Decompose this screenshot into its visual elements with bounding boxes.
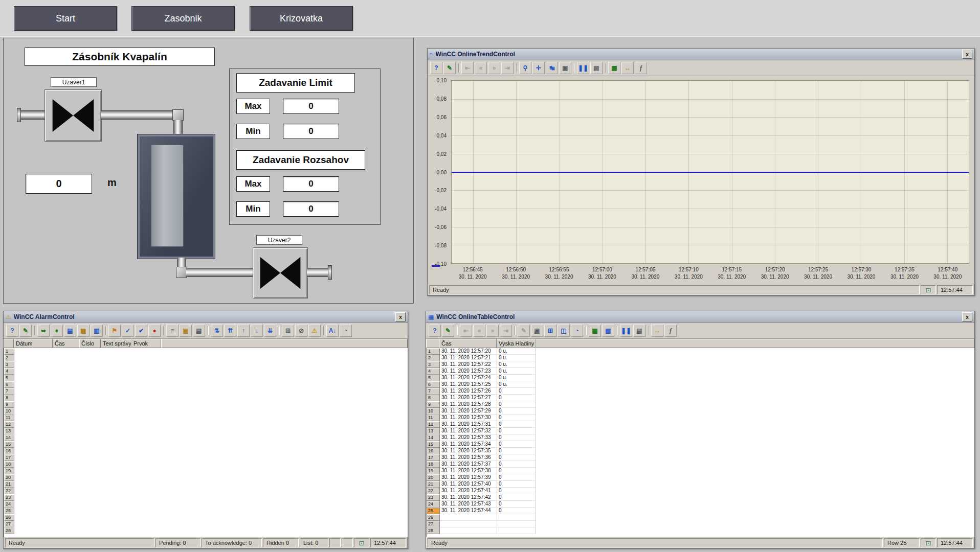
range-min-input[interactable]: 0 [283,201,339,217]
table-row[interactable]: 26 [427,514,974,521]
hitlist-icon[interactable]: ▥ [91,325,103,337]
zoom-area-icon[interactable]: ⚲ [519,62,531,74]
help-icon[interactable]: ? [6,325,18,337]
table-row[interactable]: 1730. 11. 2020 12:57:360 [427,454,974,461]
column-header[interactable]: Čas [53,339,79,348]
lock-alarm-icon[interactable]: ▣ [180,325,192,337]
pause-icon[interactable]: ❚❚ [620,325,632,337]
edit-icon[interactable]: ✎ [518,325,530,337]
group-acknowledge-icon[interactable]: ✔ [135,325,147,337]
table-row[interactable]: 230. 11. 2020 12:57:210 u. [427,355,974,361]
table-row[interactable]: 830. 11. 2020 12:57:270 [427,395,974,401]
select-data-connection-icon[interactable]: ▦ [608,62,620,74]
limit-max-input[interactable]: 0 [283,99,339,114]
alarm-row[interactable]: 25 [4,508,408,514]
emergency-acknowledge-icon[interactable]: ● [148,325,161,337]
autoscroll-icon[interactable]: ➥ [37,325,50,337]
help-icon[interactable]: ? [429,325,441,337]
last-record-icon[interactable]: ⇥ [500,325,512,337]
first-record-icon[interactable]: ⇤ [461,62,474,74]
table-row[interactable]: 2130. 11. 2020 12:57:400 [427,481,974,488]
table-row[interactable]: 1330. 11. 2020 12:57:320 [427,428,974,434]
close-icon[interactable]: x [962,50,972,59]
table-row[interactable]: 2430. 11. 2020 12:57:430 [427,501,974,508]
help-icon[interactable]: ? [430,62,442,74]
select-data-connection-icon[interactable]: ▦ [589,325,601,337]
alarm-row[interactable]: 17 [4,454,408,461]
column-header[interactable]: Dátum [14,339,53,348]
table-row[interactable]: 2530. 11. 2020 12:57:440 [427,508,974,514]
alarm-row[interactable]: 14 [4,434,408,441]
previous-record-icon[interactable]: « [473,325,485,337]
lock-list-icon[interactable]: ▩ [77,325,90,337]
alarm-titlebar[interactable]: ⚠ WinCC AlarmControl x [4,311,408,323]
alarm-row[interactable]: 20 [4,474,408,481]
select-columns-icon[interactable]: ◫ [558,325,570,337]
message-list-icon[interactable]: ▤ [64,325,76,337]
valve2[interactable] [253,247,308,298]
copy-icon[interactable]: ▣ [531,325,543,337]
alarm-row[interactable]: 28 [4,527,408,534]
table-row[interactable]: 130. 11. 2020 12:57:200 u. [427,348,974,355]
select-archive-icon[interactable]: ⊞ [544,325,556,337]
statistics-icon[interactable]: ƒ [664,325,677,337]
table-row[interactable]: 1230. 11. 2020 12:57:310 [427,421,974,428]
table-row[interactable]: 1030. 11. 2020 12:57:290 [427,408,974,415]
export-data-icon[interactable]: ➧ [51,325,63,337]
trend-plot[interactable] [451,80,969,264]
ruler-icon[interactable]: ↔ [651,325,663,337]
table-row[interactable]: 27 [427,521,974,527]
move-trend-icon[interactable]: ✛ [532,62,545,74]
hide-messages-icon[interactable]: ⊘ [295,325,307,337]
edit-tags-icon[interactable]: ▧ [602,325,614,337]
scroll-top-icon[interactable]: ⇈ [224,325,236,337]
scroll-bottom-icon[interactable]: ⇊ [264,325,276,337]
alarm-row[interactable]: 19 [4,468,408,474]
alarm-row[interactable]: 1 [4,348,408,355]
table-row[interactable]: 930. 11. 2020 12:57:280 [427,401,974,408]
time-selection-icon[interactable]: ◔ [571,325,583,337]
alarm-row[interactable]: 2 [4,355,408,361]
annunciator-icon[interactable]: ⚑ [108,325,121,337]
nav-button-zasobnik[interactable]: Zasobnik [131,6,235,31]
column-header[interactable]: Vyska Hladiny [497,339,536,348]
table-row[interactable]: 1430. 11. 2020 12:57:330 [427,434,974,441]
last-record-icon[interactable]: ⇥ [501,62,514,74]
pause-icon[interactable]: ❚❚ [577,62,589,74]
table-row[interactable]: 2230. 11. 2020 12:57:410 [427,488,974,494]
select-columns-icon[interactable]: ⊞ [282,325,294,337]
valve1[interactable] [44,89,102,142]
previous-record-icon[interactable]: « [475,62,487,74]
sort-setup-icon[interactable]: A↓ [326,325,339,337]
next-record-icon[interactable]: » [488,62,500,74]
table-row[interactable]: 430. 11. 2020 12:57:230 u. [427,368,974,375]
scroll-up-icon[interactable]: ↑ [237,325,250,337]
alarm-row[interactable]: 3 [4,361,408,368]
first-record-icon[interactable]: ⇤ [460,325,472,337]
time-base-icon[interactable]: ◔ [340,325,352,337]
alarm-row[interactable]: 26 [4,514,408,521]
column-header[interactable]: Číslo [79,339,101,348]
table-row[interactable]: 2030. 11. 2020 12:57:390 [427,474,974,481]
column-header[interactable]: Prvok [131,339,161,348]
alarm-row[interactable]: 11 [4,415,408,421]
single-acknowledge-icon[interactable]: ✓ [122,325,134,337]
range-max-input[interactable]: 0 [283,176,339,192]
trend-titlebar[interactable]: ≈ WinCC OnlineTrendControl x [428,49,974,60]
alarm-row[interactable]: 15 [4,441,408,448]
ruler-icon[interactable]: ↔ [621,62,634,74]
alarm-row[interactable]: 24 [4,501,408,508]
alarm-row[interactable]: 21 [4,481,408,488]
print-icon[interactable]: ▤ [590,62,603,74]
alarm-row[interactable]: 6 [4,381,408,388]
column-header[interactable]: Text správy [101,339,131,348]
alarm-row[interactable]: 5 [4,375,408,381]
configuration-icon[interactable]: ✎ [19,325,32,337]
info-text-icon[interactable]: ≡ [166,325,179,337]
scroll-down-icon[interactable]: ↓ [251,325,263,337]
table-row[interactable]: 1630. 11. 2020 12:57:350 [427,448,974,454]
alarm-row[interactable]: 4 [4,368,408,375]
table-row[interactable]: 730. 11. 2020 12:57:260 [427,388,974,395]
alarm-row[interactable]: 7 [4,388,408,395]
table-row[interactable]: 330. 11. 2020 12:57:220 u. [427,361,974,368]
